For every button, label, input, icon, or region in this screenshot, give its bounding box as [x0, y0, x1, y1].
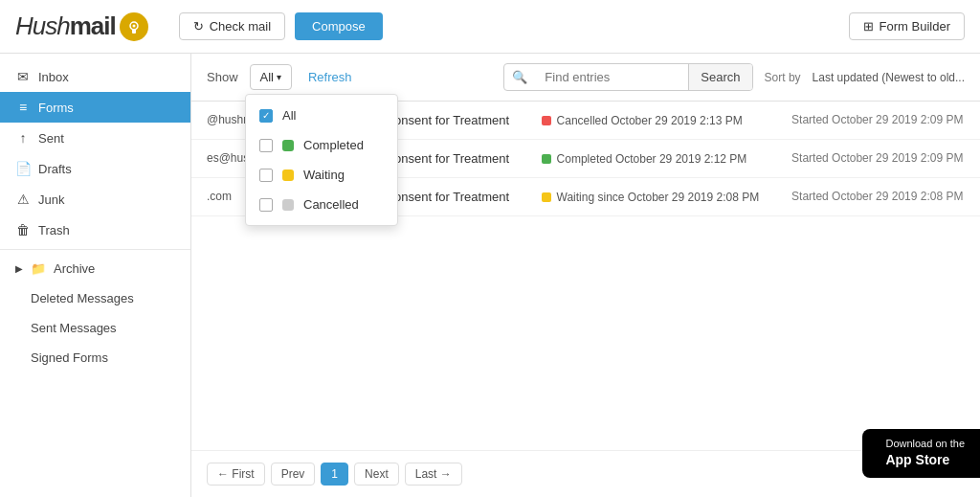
sidebar-item-sent[interactable]: ↑ Sent: [0, 123, 190, 153]
checkbox-all[interactable]: ✓: [259, 109, 273, 123]
download-label: Download on the: [885, 437, 965, 451]
logo-text: Hushmail: [15, 11, 116, 41]
toolbar: Show All ▾ Refresh ✓ All Completed: [191, 54, 980, 102]
header-actions: ↻ Check mail Compose: [179, 12, 383, 40]
sidebar-item-sent-label: Sent: [38, 131, 64, 146]
inbox-icon: ✉: [15, 69, 31, 84]
dropdown-all-label: All: [282, 108, 296, 123]
store-label: App Store: [885, 451, 965, 470]
dropdown-completed-label: Completed: [303, 138, 364, 152]
search-button[interactable]: Search: [688, 64, 751, 90]
drafts-icon: 📄: [15, 161, 31, 176]
dropdown-item-completed[interactable]: Completed: [246, 130, 397, 160]
prev-page-button[interactable]: Prev: [271, 463, 316, 486]
search-box: 🔍 Search: [503, 63, 752, 91]
chevron-down-icon: ▾: [277, 72, 281, 82]
check-mail-button[interactable]: ↻ Check mail: [179, 12, 285, 40]
prev-label: Prev: [281, 467, 305, 481]
search-input[interactable]: [535, 64, 688, 90]
completed-dot: [282, 140, 294, 151]
sidebar-item-deleted-messages[interactable]: Deleted Messages: [0, 283, 190, 313]
sidebar-item-trash[interactable]: 🗑 Trash: [0, 215, 190, 245]
app-store-text: Download on the App Store: [885, 437, 965, 470]
sidebar-item-drafts[interactable]: 📄 Drafts: [0, 153, 190, 184]
checkbox-cancelled[interactable]: [259, 198, 273, 212]
all-label: All: [260, 70, 274, 84]
last-page-button[interactable]: Last →: [405, 463, 462, 486]
show-label: Show: [207, 70, 238, 84]
form-icon: ⊞: [863, 19, 874, 34]
status-text: Completed October 29 2019 2:12 PM: [557, 152, 747, 166]
form-builder-label: Form Builder: [880, 19, 950, 34]
archive-icon: 📁: [31, 261, 46, 276]
first-label: ← First: [217, 467, 255, 481]
app-store-badge[interactable]: Download on the App Store: [862, 429, 980, 478]
logo: Hushmail: [15, 11, 148, 41]
sidebar-item-junk[interactable]: ⚠ Junk: [0, 184, 190, 215]
sort-value: Last updated (Newest to old...: [813, 71, 965, 84]
dropdown-item-waiting[interactable]: Waiting: [246, 160, 397, 190]
sidebar-item-forms[interactable]: ≡ Forms: [0, 92, 190, 123]
sidebar-item-signed-forms[interactable]: Signed Forms: [0, 343, 190, 373]
sidebar-item-archive[interactable]: ▶ 📁 Archive: [0, 254, 190, 283]
sidebar-item-inbox-label: Inbox: [38, 70, 69, 84]
sent-icon: ↑: [15, 130, 31, 146]
started-cell: Started October 29 2019 2:09 PM: [776, 102, 980, 140]
sidebar-item-drafts-label: Drafts: [38, 162, 72, 176]
checkbox-completed[interactable]: [259, 139, 273, 152]
checkbox-waiting[interactable]: [259, 169, 273, 182]
sidebar-item-inbox[interactable]: ✉ Inbox: [0, 61, 190, 92]
sidebar-item-deleted-messages-label: Deleted Messages: [31, 291, 134, 305]
status-text: Cancelled October 29 2019 2:13 PM: [557, 114, 743, 127]
junk-icon: ⚠: [15, 192, 31, 207]
sidebar-item-junk-label: Junk: [38, 192, 64, 207]
content: Show All ▾ Refresh ✓ All Completed: [191, 54, 980, 497]
page-1-button[interactable]: 1: [321, 463, 348, 486]
svg-point-2: [132, 24, 135, 27]
first-page-button[interactable]: ← First: [207, 463, 265, 486]
next-page-button[interactable]: Next: [354, 463, 399, 486]
next-label: Next: [365, 467, 389, 481]
refresh-button[interactable]: Refresh: [303, 65, 357, 89]
compose-label: Compose: [312, 19, 366, 34]
last-label: Last →: [415, 467, 452, 481]
dropdown-item-cancelled[interactable]: Cancelled: [246, 190, 397, 219]
svg-rect-1: [132, 29, 136, 34]
logo-icon: [120, 12, 148, 41]
sort-label: Sort by: [765, 71, 801, 84]
chevron-icon: ▶: [15, 263, 23, 274]
sidebar-item-signed-forms-label: Signed Forms: [31, 350, 108, 365]
sidebar-item-sent-messages[interactable]: Sent Messages: [0, 313, 190, 343]
sidebar-item-archive-label: Archive: [54, 261, 95, 276]
status-indicator: [542, 192, 551, 202]
sidebar-item-sent-messages-label: Sent Messages: [31, 321, 117, 335]
search-icon: 🔍: [504, 70, 535, 84]
sidebar-item-trash-label: Trash: [38, 223, 70, 237]
forms-icon: ≡: [15, 100, 31, 115]
status-cell: Completed October 29 2019 2:12 PM: [526, 140, 776, 178]
search-button-label: Search: [701, 70, 740, 84]
waiting-dot: [282, 169, 294, 181]
status-indicator: [542, 154, 551, 164]
refresh-icon: ↻: [193, 19, 204, 34]
main: ✉ Inbox ≡ Forms ↑ Sent 📄 Drafts ⚠ Junk 🗑…: [0, 54, 980, 497]
status-cell: Waiting since October 29 2019 2:08 PM: [526, 178, 776, 216]
started-cell: Started October 29 2019 2:08 PM: [776, 178, 980, 216]
status-cell: Cancelled October 29 2019 2:13 PM: [526, 102, 776, 140]
dropdown-item-all[interactable]: ✓ All: [246, 101, 397, 130]
form-builder-button[interactable]: ⊞ Form Builder: [849, 12, 965, 40]
dropdown-waiting-label: Waiting: [303, 168, 345, 182]
dropdown-cancelled-label: Cancelled: [303, 197, 359, 212]
cancelled-dot: [282, 199, 294, 211]
status-indicator: [542, 116, 551, 125]
filter-dropdown: ✓ All Completed Waiting Cancelled: [245, 94, 398, 226]
sidebar: ✉ Inbox ≡ Forms ↑ Sent 📄 Drafts ⚠ Junk 🗑…: [0, 54, 191, 497]
sidebar-divider: [0, 249, 190, 250]
check-mail-label: Check mail: [210, 19, 271, 34]
compose-button[interactable]: Compose: [295, 12, 383, 40]
refresh-label: Refresh: [308, 70, 352, 84]
page-1-label: 1: [331, 467, 338, 481]
sidebar-item-forms-label: Forms: [38, 101, 74, 115]
show-all-button[interactable]: All ▾: [250, 64, 292, 90]
status-text: Waiting since October 29 2019 2:08 PM: [557, 191, 760, 204]
